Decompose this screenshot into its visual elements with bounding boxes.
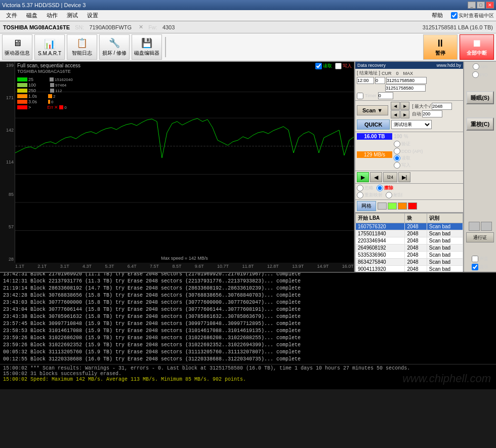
toolbar-separator bbox=[165, 37, 166, 57]
table-row[interactable]: 90041139202048Scan bad bbox=[356, 266, 463, 272]
lba-end-input[interactable] bbox=[386, 77, 427, 84]
skip-radio[interactable] bbox=[357, 185, 363, 191]
toolbar-disk-editor[interactable]: 💾 磁盘编辑器 bbox=[132, 34, 162, 60]
log-content[interactable]: 12:31:14 Block 20625981440 (10.6 TB) try… bbox=[0, 273, 496, 364]
timer-input[interactable] bbox=[378, 92, 393, 99]
device-name: TOSHIBA MG08ACA16TE bbox=[3, 24, 70, 30]
hint-checkbox-label: 提示 bbox=[472, 264, 488, 270]
table-row[interactable]: 22033469442048Scan bad bbox=[356, 237, 463, 245]
far-right-panel: API PIO 睡眠(S) 重校(C) 通行证 声音 提示 bbox=[463, 62, 496, 272]
toolbar-drive-info[interactable]: 🖥 驱动器信息 bbox=[2, 34, 32, 60]
device-close[interactable]: ✕ bbox=[139, 24, 143, 30]
grid-color-3 bbox=[398, 202, 407, 210]
ddd-radio[interactable] bbox=[394, 148, 400, 154]
pio-radio[interactable] bbox=[472, 71, 479, 78]
lba-info: 31251758581 LBA (16.0 TB) bbox=[423, 24, 493, 30]
max-sectors-input[interactable] bbox=[432, 103, 452, 110]
sleep-button[interactable]: 睡眠(S) bbox=[466, 91, 494, 104]
table-row[interactable]: 17550118402048Scan bad bbox=[356, 230, 463, 237]
write-radio[interactable] bbox=[394, 162, 400, 169]
log-area: 12:31:14 Block 20625981440 (10.6 TB) try… bbox=[0, 272, 496, 388]
lba-max-input[interactable] bbox=[385, 85, 426, 92]
repair-icon: 🔧 bbox=[109, 37, 120, 49]
timer-checkbox[interactable] bbox=[357, 93, 363, 99]
smart-label: S.M.A.R.T bbox=[38, 51, 61, 56]
graph-area: 199 171 142 114 85 57 28 Full scan, sequ… bbox=[0, 62, 354, 272]
log-entry: 14:12:31 Block 22137931776 (11.3 TB) try… bbox=[3, 278, 493, 285]
erase-label: 擦除 bbox=[384, 185, 393, 191]
back-button[interactable]: ◀ bbox=[370, 172, 382, 182]
ddd-radio-label: DDD (API) bbox=[394, 148, 423, 154]
scan-table-section: 开始 LBA 块 识别 16075763202048Scan bad175501… bbox=[355, 213, 463, 272]
close-button[interactable]: ✕ bbox=[486, 2, 494, 9]
lba24-button[interactable]: l24 bbox=[383, 172, 397, 182]
cur-input[interactable] bbox=[375, 77, 385, 84]
titlebar: Victoria 5.37 HDD/SSD | Device 3 _ □ ✕ bbox=[0, 0, 496, 10]
sound-checkbox-label: 声音 bbox=[472, 256, 488, 262]
y-axis: 199 171 142 114 85 57 28 bbox=[0, 62, 15, 263]
pause-label: 暂停 bbox=[435, 50, 445, 57]
pause-button[interactable]: ⏸ 暂停 bbox=[423, 34, 458, 60]
menu-file[interactable]: 文件 bbox=[2, 11, 21, 20]
smart-icon: 📊 bbox=[44, 38, 55, 50]
toolbar-smart-log[interactable]: 📋 智能日志 bbox=[67, 34, 97, 60]
erase-radio[interactable] bbox=[377, 185, 383, 191]
serial-number: 7190A00BFWTG bbox=[89, 24, 132, 30]
read-radio[interactable] bbox=[394, 155, 400, 161]
end-button[interactable]: ▶| bbox=[398, 172, 410, 182]
scan-button[interactable]: Scan ▼ bbox=[357, 105, 388, 115]
x-axis: 1.1T 2.1T 3.1T 4.3T 5.3T 6.4T 7.5T 8.5T … bbox=[0, 263, 354, 272]
polish-radio[interactable] bbox=[386, 192, 392, 198]
smart-log-label: 智能日志 bbox=[72, 50, 92, 57]
toolbar-repair[interactable]: 🔧 损坏 / 修修 bbox=[99, 34, 130, 60]
realtime-checkbox[interactable] bbox=[451, 12, 458, 19]
read-radio-label: 读取 bbox=[394, 155, 423, 161]
menu-disk[interactable]: 磁盘 bbox=[22, 11, 42, 20]
grid-button[interactable]: 网格 bbox=[357, 201, 376, 211]
menu-help[interactable]: 帮助 bbox=[428, 11, 447, 20]
log-entry: 13:42:31 Block 21701969920 (11.1 TB) try… bbox=[3, 273, 493, 278]
table-row[interactable]: 86342758402048Scan bad bbox=[356, 259, 463, 266]
play-button[interactable]: ▶ bbox=[357, 172, 369, 182]
minimize-button[interactable]: _ bbox=[468, 2, 476, 9]
pass-button[interactable]: 通行证 bbox=[466, 232, 494, 242]
pio-radio-label: PIO bbox=[472, 71, 488, 78]
menu-test[interactable]: 测试 bbox=[63, 11, 82, 20]
pass-legend: 25 15162040 100 97464 250 bbox=[17, 77, 73, 110]
auto-input[interactable] bbox=[422, 110, 442, 117]
menu-settings[interactable]: 设置 bbox=[83, 11, 102, 20]
small-btn-1[interactable] bbox=[469, 222, 480, 231]
grid-color-4 bbox=[408, 202, 417, 210]
maximize-button[interactable]: □ bbox=[477, 2, 485, 9]
toolbar-smart[interactable]: 📊 S.M.A.R.T bbox=[34, 34, 65, 60]
quick-button[interactable]: QUICK bbox=[357, 119, 390, 130]
remap-radio[interactable] bbox=[357, 192, 363, 198]
test-result-dropdown[interactable]: 测试结果 读取 写入 验证 bbox=[391, 120, 432, 129]
write-radio-label: 写入 bbox=[394, 162, 423, 169]
nav-up-left[interactable]: ◄ bbox=[391, 102, 400, 110]
nav-down-left[interactable]: ◄ bbox=[391, 110, 400, 118]
col-block: 块 bbox=[405, 214, 427, 223]
verify-radio[interactable] bbox=[394, 141, 400, 147]
hint-checkbox[interactable] bbox=[472, 264, 478, 270]
repeat-button[interactable]: 重校(C) bbox=[466, 117, 494, 131]
time-input[interactable] bbox=[357, 77, 374, 84]
nav-down-right[interactable]: ► bbox=[400, 110, 409, 118]
polish-radio-label: 耐刮 bbox=[386, 192, 402, 198]
table-row[interactable]: 53353369602048Scan bad bbox=[356, 252, 463, 259]
small-btn-2[interactable] bbox=[481, 222, 492, 231]
api-radio[interactable] bbox=[473, 63, 479, 70]
erase-radio-label: 擦除 bbox=[377, 185, 393, 191]
table-row[interactable]: 26496081922048Scan bad bbox=[356, 245, 463, 252]
sound-checkbox[interactable] bbox=[472, 256, 478, 262]
disk-editor-icon: 💾 bbox=[141, 37, 152, 49]
fw-label: Fw: bbox=[148, 24, 157, 30]
log-entry: 23:42:28 Block 30768838656 (15.8 TB) try… bbox=[3, 292, 493, 299]
stop-all-button[interactable]: ⏹ 全部中断 bbox=[460, 34, 494, 60]
progress-section: 16.00 TB 100 % 129 MB/s 验证 DDD (API) bbox=[355, 132, 463, 171]
control-buttons: ▶ ◀ l24 ▶| bbox=[355, 171, 463, 184]
menu-action[interactable]: 动作 bbox=[43, 11, 62, 20]
table-row[interactable]: 16075763202048Scan bad bbox=[356, 223, 463, 230]
nav-up-right[interactable]: ► bbox=[400, 102, 409, 110]
toolbar: 🖥 驱动器信息 📊 S.M.A.R.T 📋 智能日志 🔧 损坏 / 修修 💾 磁… bbox=[0, 33, 496, 62]
